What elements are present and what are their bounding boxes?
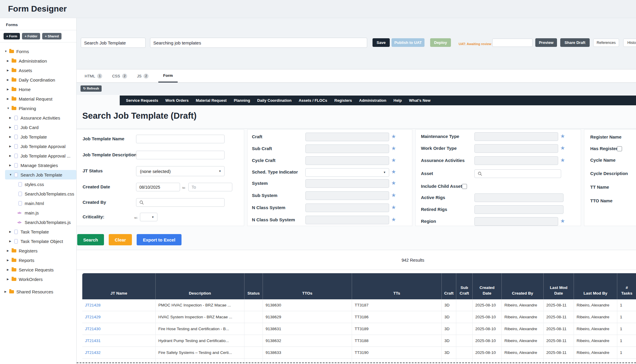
- column-header-description[interactable]: Description: [156, 273, 244, 299]
- favorite-star-icon[interactable]: ★: [391, 158, 396, 163]
- collapse-caret-icon[interactable]: ▼: [4, 50, 9, 53]
- column-header-craft[interactable]: Craft: [442, 273, 456, 299]
- favorite-star-icon[interactable]: ★: [391, 146, 396, 151]
- tree-item-assets[interactable]: ▶Assets: [0, 66, 76, 75]
- tree-item-manage-strategies[interactable]: ▶Manage Strategies: [0, 160, 76, 170]
- tree-item-searchjobtemplates-css[interactable]: SearchJobTemplates.css: [0, 189, 76, 198]
- tree-item-main-js[interactable]: </>main.js: [0, 208, 76, 217]
- tree-item-search-job-template[interactable]: ▼Search Job Template: [5, 170, 76, 179]
- tree-item-workorders[interactable]: ▶WorkOrders: [0, 274, 76, 284]
- field-input-created-date-to[interactable]: [188, 183, 232, 191]
- export-to-excel-button[interactable]: Export to Excel: [137, 234, 182, 245]
- expand-caret-icon[interactable]: ▶: [7, 278, 11, 281]
- field-input-job-template-description[interactable]: [136, 151, 225, 159]
- expand-caret-icon[interactable]: ▶: [7, 59, 11, 62]
- field-select-criticality[interactable]: ▼: [140, 213, 157, 221]
- checkbox-include-child-assets[interactable]: [462, 184, 467, 189]
- deploy-button[interactable]: Deploy: [430, 38, 451, 47]
- tree-item-home[interactable]: ▶Home: [0, 85, 76, 94]
- expand-caret-icon[interactable]: ▶: [7, 69, 11, 72]
- tree-item-searchjobtemplates-js[interactable]: </>SearchJobTemplates.js: [0, 217, 76, 227]
- search-button[interactable]: Search: [77, 234, 104, 245]
- tree-item-job-card[interactable]: ▶Job Card: [0, 123, 76, 132]
- nav-item-registers[interactable]: Registers: [331, 96, 356, 105]
- favorite-star-icon[interactable]: ★: [391, 134, 396, 139]
- tree-item-registers[interactable]: ▶Registers: [0, 246, 76, 255]
- field-select-jt-status[interactable]: (none selected)▼: [136, 166, 225, 176]
- favorite-star-icon[interactable]: ★: [560, 133, 565, 139]
- column-header-created-by[interactable]: Created By: [502, 273, 544, 299]
- save-button[interactable]: Save: [373, 38, 390, 47]
- expand-caret-icon[interactable]: ▶: [9, 145, 13, 148]
- jt-name-link[interactable]: JT21428: [85, 303, 101, 307]
- preview-button[interactable]: Preview: [535, 38, 557, 47]
- column-header-created-date[interactable]: Created Date: [473, 273, 502, 299]
- collapse-caret-icon[interactable]: ▼: [7, 107, 11, 110]
- nav-item-what-s-new[interactable]: What's New: [405, 96, 434, 105]
- nav-item-assets-flocs[interactable]: Assets / FLOCs: [295, 96, 331, 105]
- column-header-ttos[interactable]: TTOs: [263, 273, 352, 299]
- expand-caret-icon[interactable]: ▶: [7, 78, 11, 81]
- expand-caret-icon[interactable]: ▶: [9, 164, 13, 167]
- expand-caret-icon[interactable]: ▶: [4, 290, 9, 293]
- tree-item-planning[interactable]: ▼Planning: [0, 104, 76, 113]
- expand-caret-icon[interactable]: ▶: [7, 249, 11, 252]
- favorite-star-icon[interactable]: ★: [391, 217, 396, 222]
- expand-caret-icon[interactable]: ▶: [9, 116, 13, 119]
- form-description-input[interactable]: [150, 38, 367, 48]
- tab-form[interactable]: Form: [158, 69, 178, 82]
- tree-item-material-request[interactable]: ▶Material Request: [0, 94, 76, 104]
- clear-button[interactable]: Clear: [109, 234, 132, 245]
- tree-item-job-template[interactable]: ▶Job Template: [0, 132, 76, 142]
- form-name-input[interactable]: [81, 38, 146, 48]
- column-header-last-mod-by[interactable]: Last Mod By: [574, 273, 617, 299]
- jt-name-link[interactable]: JT21432: [85, 350, 101, 355]
- favorite-star-icon[interactable]: ★: [560, 218, 565, 224]
- checkbox-has-register[interactable]: [617, 146, 622, 151]
- expand-caret-icon[interactable]: ▶: [9, 135, 13, 138]
- publish-to-uat-button[interactable]: Publish to UAT: [392, 38, 424, 47]
- column-header-jt-name[interactable]: JT Name: [82, 273, 156, 299]
- field-input-job-template-name[interactable]: [136, 135, 225, 143]
- favorite-star-icon[interactable]: ★: [560, 158, 565, 163]
- share-draft-button[interactable]: Share Draft: [560, 38, 590, 47]
- jt-name-link[interactable]: JT21431: [85, 338, 101, 343]
- tree-item-job-template-approval[interactable]: ▶Job Template Approval ...: [0, 151, 76, 160]
- expand-caret-icon[interactable]: ▶: [7, 97, 11, 100]
- favorite-star-icon[interactable]: ★: [391, 205, 396, 210]
- refresh-button[interactable]: ↻ Refresh: [81, 85, 102, 92]
- column-header-sub-craft[interactable]: Sub Craft: [456, 273, 473, 299]
- collapse-caret-icon[interactable]: ▼: [9, 173, 13, 176]
- tree-item-task-template-object[interactable]: ▶Task Template Object: [0, 236, 76, 246]
- tree-item-styles-css[interactable]: styles.css: [0, 179, 76, 189]
- field-input-created-date-from[interactable]: [136, 183, 180, 191]
- jt-name-link[interactable]: JT21429: [85, 315, 101, 319]
- field-search-created-by[interactable]: [136, 198, 225, 207]
- add-folder-button[interactable]: + Folder: [22, 33, 40, 39]
- references-button[interactable]: References: [593, 39, 619, 47]
- column-header-last-mod-date[interactable]: Last Mod Date: [544, 273, 574, 299]
- add-shared-button[interactable]: + Shared: [42, 33, 61, 39]
- expand-caret-icon[interactable]: ▶: [9, 230, 13, 233]
- expand-caret-icon[interactable]: ▶: [7, 259, 11, 262]
- favorite-star-icon[interactable]: ★: [391, 193, 396, 198]
- nav-item-service-requests[interactable]: Service Requests: [122, 96, 162, 105]
- favorite-star-icon[interactable]: ★: [391, 169, 396, 174]
- expand-caret-icon[interactable]: ▶: [9, 126, 13, 129]
- expand-caret-icon[interactable]: ▶: [9, 154, 13, 157]
- tree-item-daily-coordination[interactable]: ▶Daily Coordination: [0, 75, 76, 85]
- expand-caret-icon[interactable]: ▶: [7, 268, 11, 271]
- column-header-tts[interactable]: TTs: [352, 273, 442, 299]
- nav-item-material-request[interactable]: Material Request: [192, 96, 230, 105]
- column-header-status[interactable]: Status: [244, 273, 263, 299]
- expand-caret-icon[interactable]: ▶: [9, 240, 13, 243]
- nav-item-daily-coordination[interactable]: Daily Coordination: [254, 96, 295, 105]
- field-select-sched-type-indicator[interactable]: ▼: [305, 168, 389, 177]
- favorite-star-icon[interactable]: ★: [391, 180, 396, 186]
- tree-item-job-template-approval[interactable]: ▶Job Template Approval: [0, 142, 76, 151]
- nav-item-administration[interactable]: Administration: [356, 96, 390, 105]
- add-form-button[interactable]: + Form: [4, 33, 20, 39]
- tree-item-assurance-activities[interactable]: ▶Assurance Activities: [0, 113, 76, 123]
- jt-name-link[interactable]: JT21430: [85, 327, 101, 331]
- column-header-tasks[interactable]: # Tasks: [617, 273, 636, 299]
